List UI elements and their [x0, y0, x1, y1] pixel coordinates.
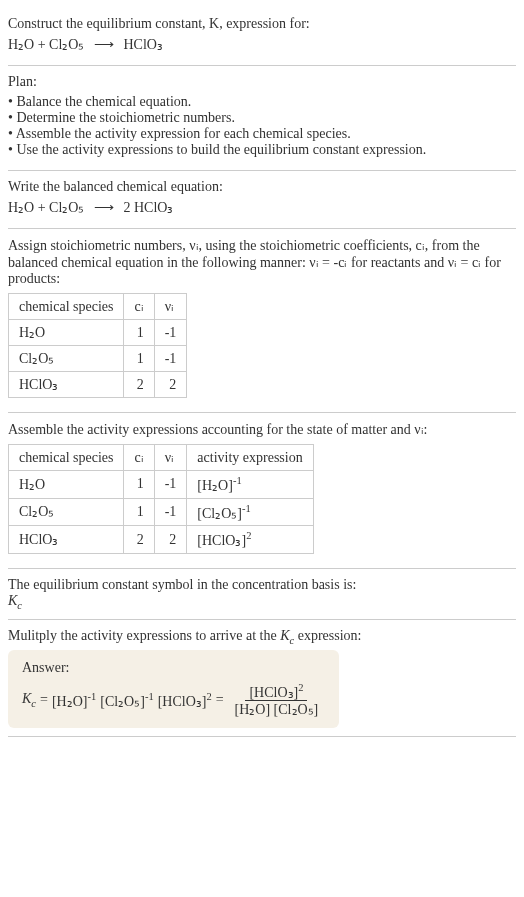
- balanced-title: Write the balanced chemical equation:: [8, 179, 516, 195]
- plan-item: Use the activity expressions to build th…: [8, 142, 516, 158]
- num-base: [HClO₃]: [249, 684, 298, 699]
- answer-label: Answer:: [22, 660, 325, 676]
- col-header: chemical species: [9, 294, 124, 320]
- cell-species: H₂O: [9, 320, 124, 346]
- answer-formula: Kc = [H₂O]-1 [Cl₂O₅]-1 [HClO₃]2 = [HClO₃…: [22, 682, 325, 719]
- col-header: activity expression: [187, 445, 313, 471]
- term-pow: -1: [145, 691, 154, 702]
- table-header-row: chemical species cᵢ νᵢ: [9, 294, 187, 320]
- symbol-section: The equilibrium constant symbol in the c…: [8, 569, 516, 620]
- intro-text-part: Construct the equilibrium constant, K, e…: [8, 16, 310, 31]
- activity-section: Assemble the activity expressions accoun…: [8, 413, 516, 569]
- balanced-left: H₂O + Cl₂O₅: [8, 200, 84, 215]
- table-header-row: chemical species cᵢ νᵢ activity expressi…: [9, 445, 314, 471]
- cell-c: 1: [124, 498, 154, 526]
- intro-equation: H₂O + Cl₂O₅ ⟶ HClO₃: [8, 36, 516, 53]
- term1: [H₂O]-1: [52, 691, 96, 710]
- cell-c: 1: [124, 346, 154, 372]
- term-base: [HClO₃]: [158, 693, 207, 708]
- stoich-table: chemical species cᵢ νᵢ H₂O 1 -1 Cl₂O₅ 1 …: [8, 293, 187, 398]
- cell-expr: [Cl₂O₅]-1: [187, 498, 313, 526]
- cell-v: -1: [154, 346, 187, 372]
- term-base: [Cl₂O₅]: [100, 693, 145, 708]
- multiply-section: Mulitply the activity expressions to arr…: [8, 620, 516, 737]
- intro-eq-right: HClO₃: [123, 37, 162, 52]
- expr-pow: -1: [242, 503, 251, 514]
- cell-species: Cl₂O₅: [9, 498, 124, 526]
- symbol-value: Kc: [8, 593, 516, 611]
- intro-eq-left: H₂O + Cl₂O₅: [8, 37, 84, 52]
- term3: [HClO₃]2: [158, 691, 212, 710]
- eq-sign: =: [40, 692, 48, 708]
- cell-c: 2: [124, 372, 154, 398]
- arrow-icon: ⟶: [88, 200, 120, 215]
- activity-title: Assemble the activity expressions accoun…: [8, 421, 516, 438]
- balanced-equation: H₂O + Cl₂O₅ ⟶ 2 HClO₃: [8, 199, 516, 216]
- cell-species: HClO₃: [9, 526, 124, 554]
- table-row: HClO₃ 2 2 [HClO₃]2: [9, 526, 314, 554]
- fraction: [HClO₃]2 [H₂O] [Cl₂O₅]: [231, 682, 323, 719]
- cell-v: -1: [154, 320, 187, 346]
- term2: [Cl₂O₅]-1: [100, 691, 153, 710]
- cell-v: -1: [154, 498, 187, 526]
- expr-pow: 2: [246, 530, 251, 541]
- table-row: H₂O 1 -1: [9, 320, 187, 346]
- cell-expr: [H₂O]-1: [187, 471, 313, 499]
- cell-c: 1: [124, 320, 154, 346]
- cell-c: 2: [124, 526, 154, 554]
- answer-box: Answer: Kc = [H₂O]-1 [Cl₂O₅]-1 [HClO₃]2 …: [8, 650, 339, 729]
- frac-denominator: [H₂O] [Cl₂O₅]: [231, 701, 323, 718]
- col-header: cᵢ: [124, 445, 154, 471]
- cell-c: 1: [124, 471, 154, 499]
- table-row: H₂O 1 -1 [H₂O]-1: [9, 471, 314, 499]
- plan-section: Plan: Balance the chemical equation. Det…: [8, 66, 516, 171]
- expr-base: [HClO₃]: [197, 533, 246, 548]
- plan-item: Balance the chemical equation.: [8, 94, 516, 110]
- cell-v: 2: [154, 372, 187, 398]
- plan-title: Plan:: [8, 74, 516, 90]
- multiply-text: Mulitply the activity expressions to arr…: [8, 628, 516, 646]
- cell-species: HClO₃: [9, 372, 124, 398]
- col-header: chemical species: [9, 445, 124, 471]
- expr-pow: -1: [233, 475, 242, 486]
- table-row: HClO₃ 2 2: [9, 372, 187, 398]
- intro-section: Construct the equilibrium constant, K, e…: [8, 8, 516, 66]
- plan-item: Assemble the activity expression for eac…: [8, 126, 516, 142]
- term-base: [H₂O]: [52, 693, 88, 708]
- term-pow: -1: [87, 691, 96, 702]
- col-header: cᵢ: [124, 294, 154, 320]
- cell-v: 2: [154, 526, 187, 554]
- term-pow: 2: [206, 691, 211, 702]
- col-header: νᵢ: [154, 445, 187, 471]
- activity-table: chemical species cᵢ νᵢ activity expressi…: [8, 444, 314, 554]
- frac-numerator: [HClO₃]2: [245, 682, 307, 702]
- col-header: νᵢ: [154, 294, 187, 320]
- eq-sign: =: [216, 692, 224, 708]
- arrow-icon: ⟶: [88, 37, 120, 52]
- plan-list: Balance the chemical equation. Determine…: [8, 94, 516, 158]
- cell-v: -1: [154, 471, 187, 499]
- num-pow: 2: [298, 682, 303, 693]
- cell-species: H₂O: [9, 471, 124, 499]
- symbol-text: The equilibrium constant symbol in the c…: [8, 577, 516, 593]
- intro-line1: Construct the equilibrium constant, K, e…: [8, 16, 516, 32]
- cell-species: Cl₂O₅: [9, 346, 124, 372]
- table-row: Cl₂O₅ 1 -1: [9, 346, 187, 372]
- expr-base: [Cl₂O₅]: [197, 505, 242, 520]
- plan-item: Determine the stoichiometric numbers.: [8, 110, 516, 126]
- cell-expr: [HClO₃]2: [187, 526, 313, 554]
- balanced-section: Write the balanced chemical equation: H₂…: [8, 171, 516, 229]
- stoich-text: Assign stoichiometric numbers, νᵢ, using…: [8, 237, 516, 287]
- expr-base: [H₂O]: [197, 478, 233, 493]
- stoich-section: Assign stoichiometric numbers, νᵢ, using…: [8, 229, 516, 413]
- answer-lhs: Kc: [22, 691, 36, 709]
- table-row: Cl₂O₅ 1 -1 [Cl₂O₅]-1: [9, 498, 314, 526]
- balanced-right: 2 HClO₃: [123, 200, 173, 215]
